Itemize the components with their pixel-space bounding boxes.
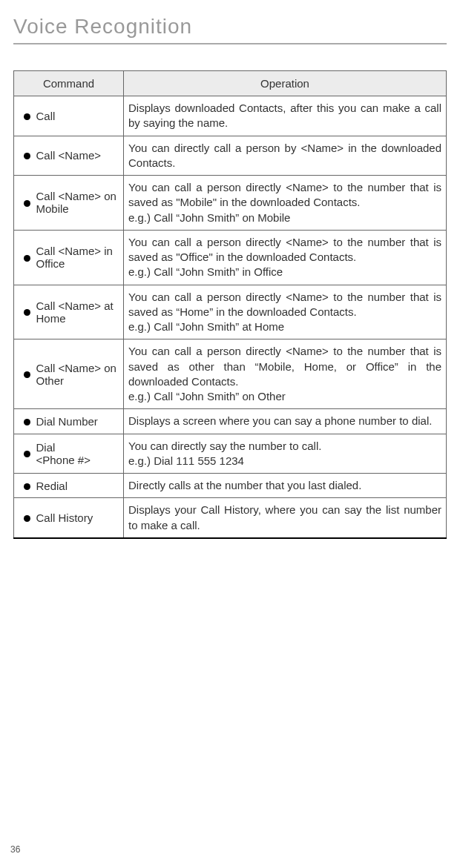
bullet-icon	[24, 113, 30, 120]
bullet-icon	[24, 419, 30, 425]
bullet-icon	[24, 451, 30, 457]
page-title: Voice Recognition	[13, 15, 447, 43]
command-cell: Call History	[36, 498, 124, 538]
operation-cell: You can directly say the number to call.…	[124, 434, 447, 474]
operation-cell: You can call a person directly <Name> to…	[124, 339, 447, 409]
operation-cell: Displays downloaded Contacts, after this…	[124, 96, 447, 136]
table-row: RedialDirectly calls at the number that …	[14, 474, 447, 498]
table-row: Call <Name> at HomeYou can call a person…	[14, 285, 447, 339]
bullet-cell	[14, 339, 36, 409]
table-row: Call <Name>You can directly call a perso…	[14, 136, 447, 176]
bullet-icon	[24, 515, 30, 522]
operation-cell: You can call a person directly <Name> to…	[124, 176, 447, 231]
bullet-cell	[14, 96, 36, 136]
command-cell: Call <Name> on Other	[36, 339, 124, 409]
bullet-icon	[24, 200, 30, 207]
bullet-icon	[24, 483, 30, 490]
operation-cell: You can directly call a person by <Name>…	[124, 136, 447, 176]
operation-cell: Directly calls at the number that you la…	[124, 474, 447, 498]
command-cell: Redial	[36, 474, 124, 498]
bullet-cell	[14, 230, 36, 285]
table-row: Call <Name> on OtherYou can call a perso…	[14, 339, 447, 409]
bullet-icon	[24, 371, 30, 378]
command-cell: Call <Name>	[36, 136, 124, 176]
table-row: Call <Name> in OfficeYou can call a pers…	[14, 230, 447, 285]
bullet-icon	[24, 153, 30, 159]
command-cell: Call	[36, 96, 124, 136]
operation-cell: You can call a person directly <Name> to…	[124, 230, 447, 285]
table-row: Call HistoryDisplays your Call History, …	[14, 498, 447, 538]
table-body: CallDisplays downloaded Contacts, after …	[14, 96, 447, 538]
operation-cell: Displays a screen where you can say a ph…	[124, 409, 447, 434]
title-rule	[13, 43, 447, 44]
bullet-cell	[14, 136, 36, 176]
command-cell: Call <Name> in Office	[36, 230, 124, 285]
bullet-icon	[24, 255, 30, 262]
table-row: Dial NumberDisplays a screen where you c…	[14, 409, 447, 434]
table-row: CallDisplays downloaded Contacts, after …	[14, 96, 447, 136]
bullet-cell	[14, 409, 36, 434]
page-number: 36	[10, 844, 20, 855]
operation-cell: You can call a person directly <Name> to…	[124, 285, 447, 339]
header-operation: Operation	[124, 71, 447, 96]
table-header-row: Command Operation	[14, 71, 447, 96]
operation-cell: Displays your Call History, where you ca…	[124, 498, 447, 538]
command-cell: Call <Name> on Mobile	[36, 176, 124, 231]
table-row: Call <Name> on MobileYou can call a pers…	[14, 176, 447, 231]
commands-table: Command Operation CallDisplays downloade…	[13, 70, 447, 539]
bullet-cell	[14, 474, 36, 498]
bullet-cell	[14, 498, 36, 538]
command-cell: Dial<Phone #>	[36, 434, 124, 474]
header-command: Command	[14, 71, 124, 96]
bullet-cell	[14, 285, 36, 339]
bullet-icon	[24, 309, 30, 316]
bullet-cell	[14, 176, 36, 231]
bullet-cell	[14, 434, 36, 474]
command-cell: Dial Number	[36, 409, 124, 434]
command-cell: Call <Name> at Home	[36, 285, 124, 339]
table-row: Dial<Phone #>You can directly say the nu…	[14, 434, 447, 474]
